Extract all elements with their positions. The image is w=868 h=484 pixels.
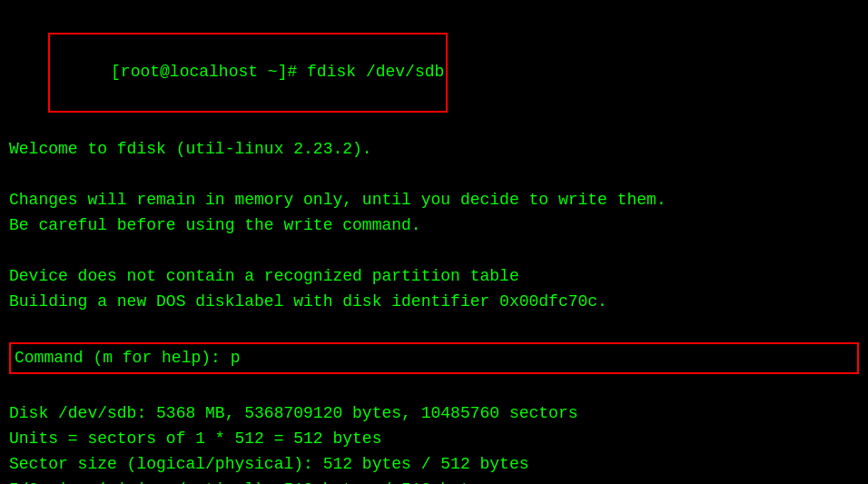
sector-size-line: Sector size (logical/physical): 512 byte…: [9, 452, 859, 478]
prompt-highlight: [root@localhost ~]# fdisk /dev/sdb: [48, 33, 448, 113]
command1-line: Command (m for help): p: [15, 346, 853, 371]
prompt-line: [root@localhost ~]# fdisk /dev/sdb: [9, 7, 859, 137]
disk-info-line: Disk /dev/sdb: 5368 MB, 5368709120 bytes…: [9, 401, 859, 427]
building-line: Building a new DOS disklabel with disk i…: [9, 290, 859, 315]
empty-line-1: [9, 163, 859, 188]
no-partition-line: Device does not contain a recognized par…: [9, 264, 859, 290]
prompt-text: [root@localhost ~]# fdisk /dev/sdb: [111, 63, 444, 81]
empty-line-2: [9, 239, 859, 264]
terminal-window: [root@localhost ~]# fdisk /dev/sdb Welco…: [9, 7, 859, 477]
command1-box: Command (m for help): p: [9, 342, 859, 375]
changes-line: Changes will remain in memory only, unti…: [9, 188, 859, 213]
welcome-line: Welcome to fdisk (util-linux 2.23.2).: [9, 137, 859, 163]
careful-line: Be careful before using the write comman…: [9, 213, 859, 239]
empty-line-3: [9, 315, 859, 341]
empty-line-4: [9, 376, 859, 401]
io-size-line: I/O size (minimum/optimal): 512 bytes / …: [9, 478, 859, 484]
units-line: Units = sectors of 1 * 512 = 512 bytes: [9, 427, 859, 452]
